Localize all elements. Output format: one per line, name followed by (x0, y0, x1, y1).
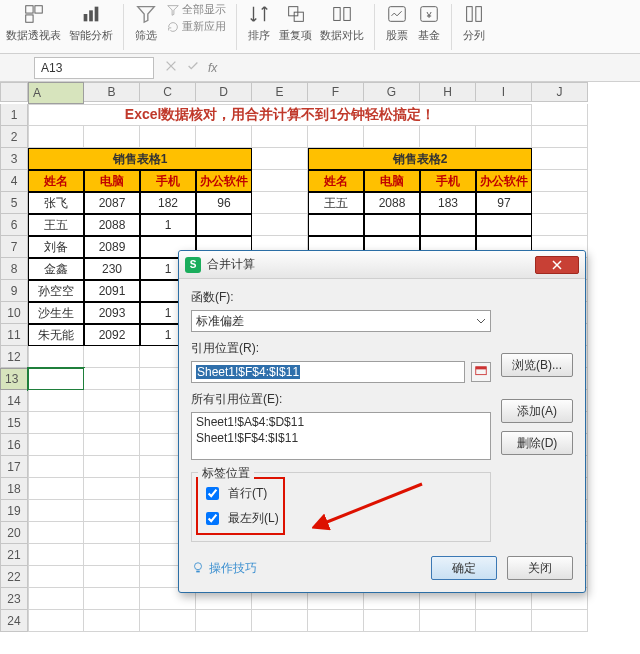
cell[interactable] (252, 126, 308, 148)
column-header[interactable]: I (476, 82, 532, 102)
cell[interactable] (196, 610, 252, 632)
cell[interactable] (420, 610, 476, 632)
fx-icon[interactable]: fx (208, 61, 217, 75)
column-header[interactable]: A (28, 82, 84, 104)
row-header[interactable]: 9 (0, 280, 28, 302)
row-header[interactable]: 8 (0, 258, 28, 280)
cell[interactable] (252, 192, 308, 214)
cell[interactable] (84, 412, 140, 434)
close-button[interactable]: 关闭 (507, 556, 573, 580)
ribbon-pivot[interactable]: 数据透视表 (6, 2, 61, 43)
row-header[interactable]: 22 (0, 566, 28, 588)
ribbon-filter[interactable]: 筛选 (134, 2, 158, 43)
cell[interactable] (252, 148, 308, 170)
ribbon-dup[interactable]: 重复项 (279, 2, 312, 43)
row-header[interactable]: 4 (0, 170, 28, 192)
ribbon-fund[interactable]: ¥ 基金 (417, 2, 441, 43)
cell[interactable] (140, 126, 196, 148)
row-header[interactable]: 18 (0, 478, 28, 500)
cell[interactable]: 姓名 (28, 170, 84, 192)
cell[interactable]: 办公软件 (476, 170, 532, 192)
row-header[interactable]: 6 (0, 214, 28, 236)
cell[interactable]: 手机 (420, 170, 476, 192)
cell[interactable] (252, 170, 308, 192)
cell[interactable] (84, 368, 140, 390)
column-header[interactable]: B (84, 82, 140, 102)
row-header[interactable]: 15 (0, 412, 28, 434)
cell[interactable] (84, 588, 140, 610)
cell[interactable]: 刘备 (28, 236, 84, 258)
cell[interactable] (84, 456, 140, 478)
ribbon-reapply[interactable]: 重新应用 (166, 19, 226, 34)
column-header[interactable]: F (308, 82, 364, 102)
ribbon-showall[interactable]: 全部显示 (166, 2, 226, 17)
cell[interactable]: 183 (420, 192, 476, 214)
cell[interactable] (252, 610, 308, 632)
cell[interactable] (84, 544, 140, 566)
cell[interactable] (308, 610, 364, 632)
cell[interactable] (532, 104, 588, 126)
cancel-icon[interactable] (164, 59, 178, 76)
cell[interactable] (28, 588, 84, 610)
cell[interactable] (28, 566, 84, 588)
cell[interactable] (532, 170, 588, 192)
cell[interactable] (84, 126, 140, 148)
cell[interactable] (532, 214, 588, 236)
row-header[interactable]: 2 (0, 126, 28, 148)
cell[interactable]: 2088 (84, 214, 140, 236)
cell[interactable] (28, 368, 84, 390)
cell[interactable] (28, 390, 84, 412)
cell[interactable] (476, 610, 532, 632)
table-title[interactable]: 销售表格2 (308, 148, 532, 170)
range-picker-button[interactable] (471, 362, 491, 382)
cell[interactable] (28, 456, 84, 478)
cell[interactable] (28, 346, 84, 368)
cell[interactable] (28, 522, 84, 544)
left-col-checkbox[interactable]: 最左列(L) (200, 506, 281, 531)
cell[interactable] (476, 214, 532, 236)
column-header[interactable]: D (196, 82, 252, 102)
ribbon-stock[interactable]: 股票 (385, 2, 409, 43)
add-button[interactable]: 添加(A) (501, 399, 573, 423)
cell[interactable] (28, 500, 84, 522)
table-title[interactable]: 销售表格1 (28, 148, 252, 170)
column-header[interactable]: H (420, 82, 476, 102)
list-item[interactable]: Sheet1!$F$4:$I$11 (196, 431, 486, 445)
cell[interactable] (28, 412, 84, 434)
row-header[interactable]: 7 (0, 236, 28, 258)
cell[interactable] (364, 610, 420, 632)
cell[interactable] (140, 610, 196, 632)
cell[interactable]: 2093 (84, 302, 140, 324)
cell[interactable] (532, 192, 588, 214)
column-header[interactable]: J (532, 82, 588, 102)
cell[interactable]: 2088 (364, 192, 420, 214)
dialog-close-button[interactable] (535, 256, 579, 274)
cell[interactable]: 电脑 (364, 170, 420, 192)
cell[interactable] (84, 610, 140, 632)
cell[interactable]: 朱无能 (28, 324, 84, 346)
ribbon-split[interactable]: 分列 (462, 2, 486, 43)
cell[interactable] (28, 434, 84, 456)
row-header[interactable]: 12 (0, 346, 28, 368)
cell[interactable] (28, 544, 84, 566)
cell[interactable]: 2092 (84, 324, 140, 346)
cell[interactable]: 办公软件 (196, 170, 252, 192)
column-header[interactable]: C (140, 82, 196, 102)
dialog-titlebar[interactable]: S 合并计算 (179, 251, 585, 279)
all-references-list[interactable]: Sheet1!$A$4:$D$11 Sheet1!$F$4:$I$11 (191, 412, 491, 460)
cell[interactable] (28, 478, 84, 500)
cell[interactable]: 97 (476, 192, 532, 214)
cell[interactable] (84, 500, 140, 522)
row-header[interactable]: 13 (0, 368, 28, 390)
ribbon-sort[interactable]: 排序 (247, 2, 271, 43)
row-header[interactable]: 20 (0, 522, 28, 544)
cell[interactable]: 96 (196, 192, 252, 214)
row-header[interactable]: 5 (0, 192, 28, 214)
row-header[interactable]: 23 (0, 588, 28, 610)
cell[interactable]: 1 (140, 214, 196, 236)
row-header[interactable]: 10 (0, 302, 28, 324)
title-cell[interactable]: Excel数据核对，用合并计算不到1分钟轻松搞定！ (28, 104, 532, 126)
cell[interactable] (308, 214, 364, 236)
cell[interactable] (28, 126, 84, 148)
cell[interactable]: 王五 (28, 214, 84, 236)
